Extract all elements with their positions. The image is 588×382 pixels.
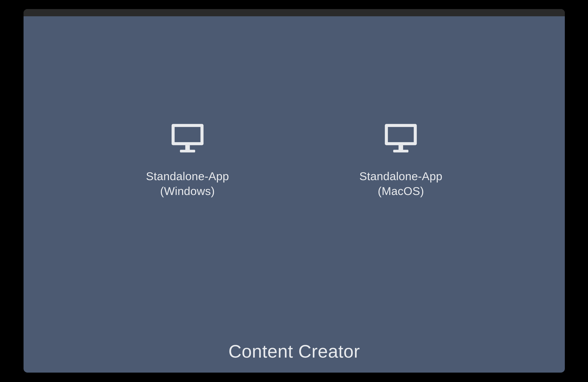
options-row: Standalone-App (Windows) Standalone-App … bbox=[23, 119, 565, 199]
window-titlebar bbox=[23, 9, 565, 16]
svg-rect-0 bbox=[185, 145, 190, 150]
page-title: Content Creator bbox=[23, 341, 565, 362]
svg-rect-1 bbox=[180, 150, 195, 153]
option-macos-label: Standalone-App (MacOS) bbox=[359, 169, 442, 199]
desktop-icon bbox=[168, 119, 207, 158]
option-macos[interactable]: Standalone-App (MacOS) bbox=[359, 119, 442, 199]
desktop-icon bbox=[382, 119, 420, 158]
option-windows-label: Standalone-App (Windows) bbox=[146, 169, 229, 199]
content-area: Standalone-App (Windows) Standalone-App … bbox=[23, 16, 565, 373]
svg-rect-2 bbox=[399, 145, 403, 150]
app-window: Standalone-App (Windows) Standalone-App … bbox=[23, 9, 565, 373]
svg-rect-3 bbox=[393, 150, 408, 153]
option-windows[interactable]: Standalone-App (Windows) bbox=[146, 119, 229, 199]
